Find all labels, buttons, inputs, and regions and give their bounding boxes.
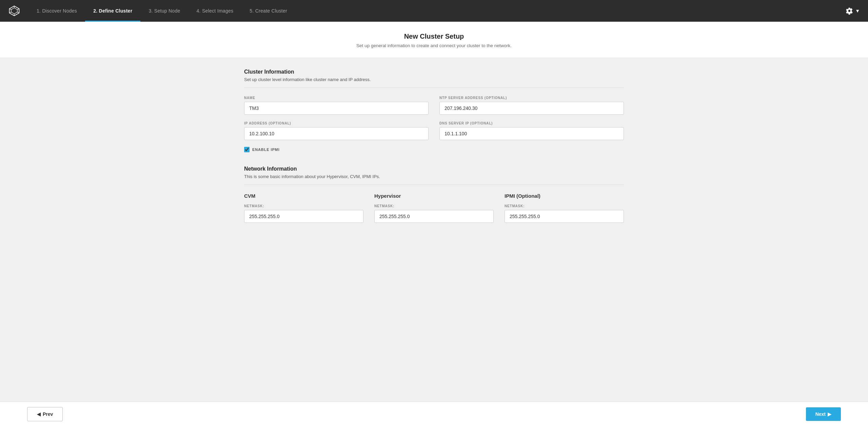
app-logo <box>8 5 20 17</box>
nav-step-discover[interactable]: 1. Discover Nodes <box>28 0 85 22</box>
cluster-info-desc: Set up cluster level information like cl… <box>244 77 624 82</box>
prev-button[interactable]: ◀ Prev <box>27 407 63 421</box>
name-input[interactable] <box>244 102 429 115</box>
network-info-title: Network Information <box>244 166 624 172</box>
enable-ipmi-row: ENABLE IPMI <box>244 147 624 152</box>
ntp-label: NTP SERVER ADDRESS (OPTIONAL) <box>439 96 624 100</box>
cvm-column: CVM NETMASK: <box>244 193 363 223</box>
ipmi-netmask-label: NETMASK: <box>505 204 624 208</box>
enable-ipmi-label: ENABLE IPMI <box>252 148 280 152</box>
page-header: New Cluster Setup Set up general informa… <box>0 22 868 58</box>
enable-ipmi-checkbox[interactable] <box>244 147 250 152</box>
page-title: New Cluster Setup <box>0 33 868 40</box>
ipmi-netmask-input[interactable] <box>505 210 624 223</box>
hypervisor-column: Hypervisor NETMASK: <box>374 193 494 223</box>
ntp-field-group: NTP SERVER ADDRESS (OPTIONAL) <box>439 96 624 115</box>
cluster-info-section: Cluster Information Set up cluster level… <box>244 69 624 152</box>
name-field-group: NAME <box>244 96 429 115</box>
gear-icon <box>846 7 853 15</box>
svg-marker-2 <box>11 8 17 14</box>
next-button[interactable]: Next ▶ <box>806 407 841 421</box>
nav-step-images[interactable]: 4. Select Images <box>189 0 242 22</box>
footer-bar: ◀ Prev Next ▶ <box>0 402 868 426</box>
network-info-desc: This is some basic information about you… <box>244 174 624 179</box>
page-description: Set up general information to create and… <box>0 43 868 48</box>
dns-label: DNS SERVER IP (OPTIONAL) <box>439 121 624 125</box>
network-info-divider <box>244 185 624 185</box>
top-navigation: 1. Discover Nodes 2. Define Cluster 3. S… <box>0 0 868 22</box>
dns-input[interactable] <box>439 127 624 140</box>
ip-field-group: IP ADDRESS (OPTIONAL) <box>244 121 429 140</box>
prev-chevron-icon: ◀ <box>37 411 41 417</box>
network-info-section: Network Information This is some basic i… <box>244 166 624 223</box>
cvm-title: CVM <box>244 193 363 199</box>
ntp-input[interactable] <box>439 102 624 115</box>
network-columns: CVM NETMASK: Hypervisor NETMASK: IPMI (O… <box>244 193 624 223</box>
ipmi-netmask-group: NETMASK: <box>505 204 624 223</box>
nav-steps: 1. Discover Nodes 2. Define Cluster 3. S… <box>28 0 846 22</box>
name-ntp-row: NAME NTP SERVER ADDRESS (OPTIONAL) <box>244 96 624 115</box>
cluster-info-divider <box>244 88 624 88</box>
nav-step-define[interactable]: 2. Define Cluster <box>85 0 140 22</box>
name-label: NAME <box>244 96 429 100</box>
cluster-info-title: Cluster Information <box>244 69 624 75</box>
ip-label: IP ADDRESS (OPTIONAL) <box>244 121 429 125</box>
cvm-netmask-group: NETMASK: <box>244 204 363 223</box>
main-content: Cluster Information Set up cluster level… <box>231 58 637 277</box>
cvm-netmask-label: NETMASK: <box>244 204 363 208</box>
hypervisor-netmask-group: NETMASK: <box>374 204 494 223</box>
nav-step-setup[interactable]: 3. Setup Node <box>140 0 188 22</box>
ip-input[interactable] <box>244 127 429 140</box>
ipmi-title: IPMI (Optional) <box>505 193 624 199</box>
settings-chevron: ▼ <box>855 8 860 14</box>
nav-step-create[interactable]: 5. Create Cluster <box>241 0 295 22</box>
hypervisor-netmask-input[interactable] <box>374 210 494 223</box>
hypervisor-title: Hypervisor <box>374 193 494 199</box>
ipmi-column: IPMI (Optional) NETMASK: <box>505 193 624 223</box>
settings-menu[interactable]: ▼ <box>846 7 860 15</box>
next-chevron-icon: ▶ <box>828 411 831 417</box>
dns-field-group: DNS SERVER IP (OPTIONAL) <box>439 121 624 140</box>
hypervisor-netmask-label: NETMASK: <box>374 204 494 208</box>
ip-dns-row: IP ADDRESS (OPTIONAL) DNS SERVER IP (OPT… <box>244 121 624 140</box>
cvm-netmask-input[interactable] <box>244 210 363 223</box>
